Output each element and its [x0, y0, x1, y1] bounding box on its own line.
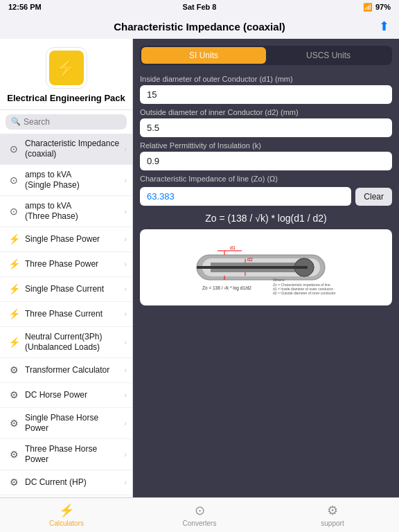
chevron-icon: ›	[124, 285, 127, 293]
tab-icon-support: ⚙	[327, 503, 338, 518]
sidebar-item-neutral-current[interactable]: ⚡ Neutral Current(3Ph)(Unbalanced Loads)…	[0, 327, 132, 358]
chevron-icon: ›	[124, 450, 127, 459]
sidebar-item-characteristic-impedance[interactable]: ⊙ Characteristic Impedance(coaxial) ›	[0, 134, 132, 165]
unit-toggle: SI Units USCS Units	[140, 46, 392, 65]
sidebar-icon-single-phase-hp: ⚙	[7, 416, 21, 430]
tab-calculators[interactable]: ⚡ Calculators	[0, 498, 133, 532]
nav-bar: Characteristic Impedance (coaxial) ⬆	[0, 14, 399, 39]
clear-button[interactable]: Clear	[355, 188, 392, 206]
tab-bar: ⚡ Calculators ⊙ Converters ⚙ support	[0, 497, 399, 532]
svg-text:Where:: Where:	[273, 278, 285, 282]
si-units-button[interactable]: SI Units	[141, 47, 266, 64]
sidebar-icon-three-phase-current: ⚡	[7, 307, 21, 321]
sidebar-list: ⊙ Characteristic Impedance(coaxial) › ⊙ …	[0, 134, 132, 497]
k-input[interactable]	[140, 152, 392, 170]
sidebar-item-dc-current[interactable]: ⚙ DC Current (HP) ›	[0, 470, 132, 495]
chevron-icon: ›	[124, 310, 127, 318]
sidebar-icon-single-phase-current: ⚡	[7, 282, 21, 296]
result-row: Clear	[140, 187, 392, 206]
chevron-icon: ›	[124, 207, 127, 215]
search-icon: 🔍	[11, 117, 21, 126]
tab-support[interactable]: ⚙ support	[266, 498, 399, 532]
tab-label-support: support	[321, 520, 344, 527]
d2-label: Outside diameter of inner Conductor (d2)…	[140, 108, 392, 116]
nav-title: Characteristic Impedance (coaxial)	[114, 21, 285, 33]
coaxial-svg: d1 d2 Zo = 138 / √k * log d1/d2 Where: Z…	[190, 240, 342, 295]
k-label: Relative Permittivity of Insulation (k)	[140, 141, 392, 150]
sidebar-icon-single-phase-power: ⚡	[7, 232, 21, 246]
main-layout: ⚡ Electrical Engineering Pack 🔍 ⊙ Charac…	[0, 39, 399, 497]
sidebar-label-single-phase-power: Single Phase Power	[25, 234, 123, 245]
search-bar: 🔍	[6, 114, 127, 130]
sidebar-icon-neutral-current: ⚡	[7, 335, 21, 349]
svg-rect-5	[197, 266, 308, 269]
chevron-icon: ›	[124, 338, 127, 346]
search-input[interactable]	[24, 117, 121, 127]
sidebar-label-amps-kva-three: amps to kVA(Three Phase)	[25, 201, 123, 222]
chevron-icon: ›	[124, 260, 127, 268]
sidebar-item-three-phase-hp[interactable]: ⚙ Three Phase Horse Power ›	[0, 439, 132, 470]
d1-input[interactable]	[140, 85, 392, 104]
sidebar-item-single-phase-power[interactable]: ⚡ Single Phase Power ›	[0, 227, 132, 252]
app-title: Electrical Engineering Pack	[7, 93, 125, 104]
sidebar-icon-characteristic-impedance: ⊙	[7, 142, 21, 156]
sidebar-item-transformer[interactable]: ⚙ Transformer Calculator ›	[0, 358, 132, 383]
svg-text:d2 = Outside diameter of inner: d2 = Outside diameter of inner conductor	[273, 291, 336, 295]
svg-text:Zo = 138 / √k * log d1/d2: Zo = 138 / √k * log d1/d2	[202, 285, 251, 291]
share-button[interactable]: ⬆	[379, 19, 389, 34]
sidebar-label-dc-horse-power: DC Horse Power	[25, 390, 123, 400]
chevron-icon: ›	[124, 391, 127, 399]
sidebar-item-three-phase-current[interactable]: ⚡ Three Phase Current ›	[0, 302, 132, 327]
sidebar-label-three-phase-power: Three Phase Power	[25, 259, 123, 269]
sidebar-label-neutral-current: Neutral Current(3Ph)(Unbalanced Loads)	[25, 332, 123, 353]
chevron-icon: ›	[124, 176, 127, 184]
sidebar-label-single-phase-hp: Single Phase Horse Power	[25, 413, 123, 434]
sidebar: ⚡ Electrical Engineering Pack 🔍 ⊙ Charac…	[0, 39, 133, 497]
formula-text: Zo = (138 / √k) * log(d1 / d2)	[140, 213, 392, 224]
svg-text:d2: d2	[247, 257, 253, 262]
sidebar-label-three-phase-current: Three Phase Current	[25, 309, 123, 319]
d2-input[interactable]	[140, 118, 392, 137]
app-icon: ⚡	[46, 47, 87, 89]
status-date: Sat Feb 8	[183, 3, 217, 11]
chevron-icon: ›	[124, 235, 127, 243]
sidebar-label-dc-current: DC Current (HP)	[25, 477, 123, 488]
sidebar-icon-transformer: ⚙	[7, 363, 21, 377]
sidebar-icon-amps-kva-single: ⊙	[7, 173, 21, 187]
uscs-units-button[interactable]: USCS Units	[266, 47, 391, 64]
tab-icon-converters: ⊙	[195, 503, 205, 518]
sidebar-label-three-phase-hp: Three Phase Horse Power	[25, 444, 123, 465]
status-bar: 12:56 PM Sat Feb 8 📶 97%	[0, 0, 399, 14]
sidebar-item-dc-horse-power[interactable]: ⚙ DC Horse Power ›	[0, 383, 132, 408]
sidebar-item-single-phase-current[interactable]: ⚡ Single Phase Current ›	[0, 277, 132, 302]
sidebar-icon-amps-kva-three: ⊙	[7, 204, 21, 218]
chevron-icon: ›	[124, 366, 127, 374]
chevron-icon: ›	[124, 145, 127, 153]
sidebar-header: ⚡ Electrical Engineering Pack	[0, 39, 132, 110]
sidebar-icon-dc-current: ⚙	[7, 475, 21, 489]
chevron-icon: ›	[124, 419, 127, 427]
coaxial-diagram: d1 d2 Zo = 138 / √k * log d1/d2 Where: Z…	[140, 229, 392, 305]
tab-converters[interactable]: ⊙ Converters	[133, 498, 266, 532]
sidebar-icon-dc-horse-power: ⚙	[7, 388, 21, 402]
bolt-icon: ⚡	[54, 57, 78, 80]
tab-icon-calculators: ⚡	[59, 503, 74, 518]
wifi-icon: 📶	[363, 3, 373, 12]
tab-label-calculators: Calculators	[49, 520, 84, 527]
sidebar-label-single-phase-current: Single Phase Current	[25, 284, 123, 294]
sidebar-item-three-phase-power[interactable]: ⚡ Three Phase Power ›	[0, 252, 132, 277]
sidebar-label-transformer: Transformer Calculator	[25, 365, 123, 375]
status-time: 12:56 PM	[8, 3, 42, 11]
sidebar-icon-three-phase-power: ⚡	[7, 257, 21, 271]
form-section: Inside diameter of outer Conductor (d1) …	[133, 71, 399, 206]
sidebar-item-amps-kva-three[interactable]: ⊙ amps to kVA(Three Phase) ›	[0, 196, 132, 227]
battery-text: 97%	[375, 3, 391, 11]
sidebar-icon-three-phase-hp: ⚙	[7, 447, 21, 461]
sidebar-item-single-phase-hp[interactable]: ⚙ Single Phase Horse Power ›	[0, 408, 132, 439]
tab-label-converters: Converters	[183, 520, 217, 527]
sidebar-label-amps-kva-single: amps to kVA(Single Phase)	[25, 170, 123, 190]
sidebar-item-amps-kva-single[interactable]: ⊙ amps to kVA(Single Phase) ›	[0, 165, 132, 196]
result-label: Characteristic Impedance of line (Zo) (Ω…	[140, 175, 392, 183]
result-input[interactable]	[140, 187, 351, 206]
chevron-icon: ›	[124, 478, 127, 486]
